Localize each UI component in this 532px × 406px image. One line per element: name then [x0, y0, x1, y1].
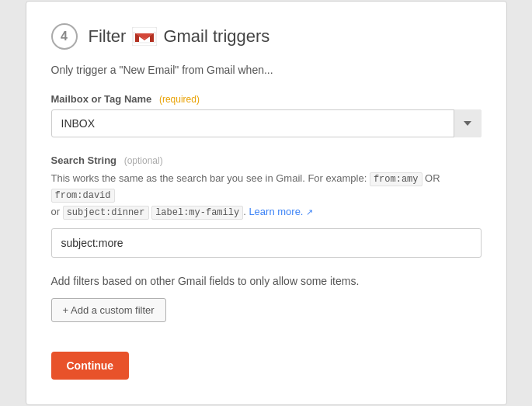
- search-label: Search String (optional): [51, 154, 482, 166]
- mailbox-select-wrapper: INBOX: [51, 109, 482, 137]
- gmail-icon: [132, 27, 157, 46]
- add-custom-filter-button[interactable]: + Add a custom filter: [51, 298, 166, 322]
- code-subject-dinner: subject:dinner: [63, 206, 149, 220]
- mailbox-select[interactable]: INBOX: [51, 109, 482, 137]
- search-help-text: This works the same as the search bar yo…: [51, 171, 482, 220]
- title-suffix: Gmail triggers: [163, 26, 269, 47]
- code-from-amy: from:amy: [370, 172, 422, 186]
- header-title: Filter Gmail triggers: [89, 26, 270, 47]
- code-from-david: from:david: [51, 189, 115, 203]
- optional-badge: (optional): [124, 155, 163, 166]
- mailbox-field-group: Mailbox or Tag Name (required) INBOX: [51, 93, 482, 137]
- filter-card: 4 Filter Gmail triggers Only trigg: [26, 1, 507, 405]
- code-label-family: label:my-family: [151, 206, 243, 220]
- step-number: 4: [51, 23, 78, 50]
- continue-button[interactable]: Continue: [51, 352, 130, 380]
- external-link-icon: ↗: [306, 207, 313, 217]
- header: 4 Filter Gmail triggers: [51, 23, 482, 50]
- required-badge: (required): [159, 94, 200, 105]
- search-field-group: Search String (optional) This works the …: [51, 154, 482, 275]
- title-prefix: Filter: [89, 26, 127, 47]
- add-filters-label: Add filters based on other Gmail fields …: [51, 275, 482, 287]
- search-input[interactable]: [51, 228, 482, 258]
- subtitle: Only trigger a "New Email" from Gmail wh…: [51, 64, 482, 76]
- learn-more-link[interactable]: Learn more. ↗: [249, 206, 313, 217]
- mailbox-label: Mailbox or Tag Name (required): [51, 93, 482, 105]
